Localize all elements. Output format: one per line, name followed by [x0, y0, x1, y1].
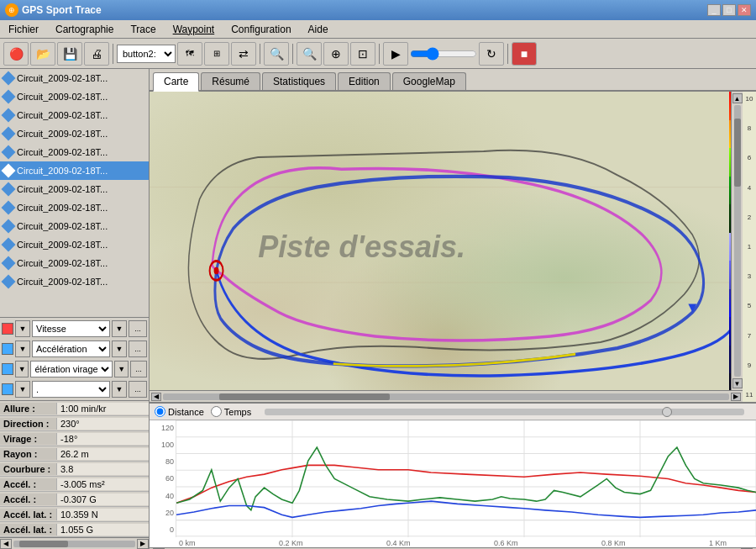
toolbar-open-button[interactable]: 📂 — [30, 42, 55, 66]
track-item-2[interactable]: Circuit_2009-02-18T... — [0, 106, 149, 124]
info-label-virage: Virage : — [0, 433, 57, 445]
chart-panel: Distance Temps 120 100 80 60 40 — [150, 402, 756, 549]
info-label-accel-lat2: Accél. lat. : — [0, 524, 57, 536]
layer-row-empty: ▼ . ▼ ... — [2, 380, 147, 399]
sidebar-scroll-thumb[interactable] — [19, 541, 68, 547]
layer-more-empty[interactable]: ... — [129, 381, 147, 398]
track-icon-8 — [2, 219, 16, 234]
radio-temps-input[interactable] — [211, 406, 222, 417]
track-item-1[interactable]: Circuit_2009-02-18T... — [0, 87, 149, 106]
layer-right-arrow-virage[interactable]: ▼ — [114, 361, 128, 377]
y-label-60: 60 — [151, 474, 174, 483]
layer-select-empty[interactable]: . — [32, 381, 110, 398]
tab-googlemap[interactable]: GoogleMap — [392, 72, 466, 90]
radio-distance[interactable]: Distance — [155, 406, 204, 417]
layer-more-virage[interactable]: ... — [130, 361, 147, 377]
radio-distance-input[interactable] — [155, 406, 165, 417]
tab-edition[interactable]: Edition — [338, 72, 391, 90]
layer-more-acceleration[interactable]: ... — [129, 340, 147, 357]
chart-range-slider[interactable] — [265, 409, 744, 415]
info-row-accel1: Accél. : -3.005 ms² — [0, 477, 149, 492]
map-vscroll-track — [734, 105, 741, 377]
close-button[interactable]: ✕ — [738, 4, 751, 16]
track-item-8[interactable]: Circuit_2009-02-18T... — [0, 217, 149, 235]
menu-fichier[interactable]: Fichier — [3, 22, 44, 37]
map-scroll-thumb[interactable] — [219, 393, 389, 400]
map-scroll-right[interactable]: ▶ — [731, 393, 741, 401]
track-list[interactable]: Circuit_2009-02-18T...Circuit_2009-02-18… — [0, 69, 149, 318]
map-scroll-down[interactable]: ▼ — [732, 378, 743, 388]
menu-configuration[interactable]: Configuration — [226, 22, 296, 37]
refresh-button[interactable]: ↻ — [479, 42, 504, 66]
track-item-4[interactable]: Circuit_2009-02-18T... — [0, 143, 149, 161]
map-area[interactable]: Piste d'essais. — [150, 92, 756, 402]
layer-dropdown-arrow-vitesse[interactable]: ▼ — [15, 320, 30, 337]
menu-aide[interactable]: Aide — [303, 22, 333, 37]
track-label-2: Circuit_2009-02-18T... — [17, 110, 108, 120]
sidebar-scroll-left[interactable]: ◀ — [0, 539, 12, 549]
toolbar-swap-button[interactable]: ⇄ — [231, 42, 256, 66]
maximize-button[interactable]: □ — [722, 4, 736, 16]
track-label-0: Circuit_2009-02-18T... — [17, 73, 108, 83]
zoom-in-button[interactable]: ⊕ — [323, 42, 349, 66]
layer-right-arrow-empty[interactable]: ▼ — [112, 381, 127, 398]
playback-slider[interactable] — [410, 47, 477, 61]
track-item-7[interactable]: Circuit_2009-02-18T... — [0, 198, 149, 217]
layer-dropdown-arrow-virage[interactable]: ▼ — [15, 361, 29, 377]
track-icon-7 — [2, 201, 16, 215]
track-item-3[interactable]: Circuit_2009-02-18T... — [0, 124, 149, 143]
layer-right-arrow-acceleration[interactable]: ▼ — [112, 340, 127, 357]
layer-right-arrow-vitesse[interactable]: ▼ — [112, 320, 127, 337]
layer-dropdown-arrow-acceleration[interactable]: ▼ — [15, 340, 30, 357]
y-label-100: 100 — [151, 441, 174, 449]
track-item-10[interactable]: Circuit_2009-02-18T... — [0, 254, 149, 272]
track-item-0[interactable]: Circuit_2009-02-18T... — [0, 69, 149, 87]
stop-button[interactable]: ■ — [512, 42, 537, 66]
y-label-40: 40 — [151, 492, 174, 500]
tab-carte[interactable]: Carte — [153, 72, 199, 92]
minimize-button[interactable]: _ — [707, 4, 721, 16]
radio-temps[interactable]: Temps — [211, 406, 251, 417]
map-vscrollbar: ▲ ▼ — [731, 92, 743, 390]
map-scroll-up[interactable]: ▲ — [732, 93, 743, 103]
layer-more-vitesse[interactable]: ... — [129, 320, 147, 337]
toolbar-grid-button[interactable]: ⊞ — [204, 42, 229, 66]
map-scroll-left[interactable]: ◀ — [151, 393, 161, 401]
layer-select-virage[interactable]: élération virage — [30, 361, 113, 377]
track-item-11[interactable]: Circuit_2009-02-18T... — [0, 272, 149, 291]
toolbar-map-button[interactable]: 🗺 — [177, 42, 202, 66]
track-item-9[interactable]: Circuit_2009-02-18T... — [0, 235, 149, 254]
scale-labels: 10 8 6 4 2 1 3 5 7 9 11 — [743, 92, 756, 402]
sidebar-scroll-right[interactable]: ▶ — [137, 539, 149, 549]
x-label-02km: 0.2 Km — [279, 539, 303, 547]
toolbar-separator-4 — [379, 44, 380, 64]
zoom-fit-button[interactable]: ⊡ — [350, 42, 375, 66]
info-value-accel1: -3.005 ms² — [57, 478, 149, 490]
track-icon-2 — [2, 108, 16, 123]
chart-slider-thumb[interactable] — [662, 407, 672, 417]
tab-statistiques[interactable]: Statistiques — [262, 72, 336, 90]
menu-waypoint[interactable]: Waypoint — [168, 22, 220, 37]
info-value-accel-lat2: 1.055 G — [57, 524, 149, 536]
toolbar-new-button[interactable]: 🔴 — [3, 42, 29, 66]
track-label-5: Circuit_2009-02-18T... — [17, 166, 108, 176]
toolbar-save-button[interactable]: 💾 — [57, 42, 82, 66]
menu-cartographie[interactable]: Cartographie — [50, 22, 118, 37]
track-label-10: Circuit_2009-02-18T... — [17, 258, 108, 268]
track-item-5[interactable]: Circuit_2009-02-18T... — [0, 161, 149, 180]
toolbar-combo[interactable]: button2: — [117, 45, 176, 63]
toolbar-cursor-button[interactable]: 🔍 — [264, 42, 289, 66]
track-item-6[interactable]: Circuit_2009-02-18T... — [0, 180, 149, 198]
layer-dropdown-arrow-empty[interactable]: ▼ — [15, 381, 30, 398]
play-button[interactable]: ▶ — [383, 42, 408, 66]
track-label-7: Circuit_2009-02-18T... — [17, 203, 108, 213]
layer-select-acceleration[interactable]: Accélération — [32, 340, 110, 357]
map-vscroll-thumb[interactable] — [734, 119, 741, 187]
layer-color-vitesse — [2, 323, 13, 335]
menu-trace[interactable]: Trace — [125, 22, 160, 37]
menu-bar: Fichier Cartographie Trace Waypoint Conf… — [0, 20, 756, 39]
zoom-out-button[interactable]: 🔍 — [297, 42, 322, 66]
toolbar-print-button[interactable]: 🖨 — [84, 42, 109, 66]
layer-select-vitesse[interactable]: Vitesse — [32, 320, 110, 337]
tab-resume[interactable]: Résumé — [201, 72, 260, 90]
